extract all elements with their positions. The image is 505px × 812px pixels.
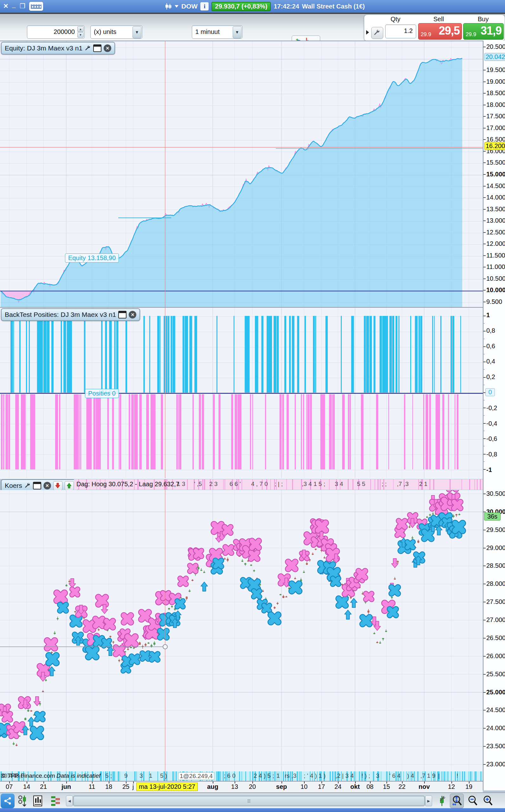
pan-zoom-button[interactable]: [450, 794, 464, 808]
detach-window-icon[interactable]: [33, 482, 41, 490]
axis-tickmark: [483, 548, 486, 548]
wrench-icon: [373, 29, 380, 36]
close-window-icon[interactable]: ✕: [3, 2, 9, 10]
detach-window-icon[interactable]: [118, 311, 127, 318]
axis-tickmark: [483, 339, 485, 339]
axis-tick-label: 29.500: [486, 526, 505, 534]
units-dropdown-icon[interactable]: ▼: [133, 26, 141, 38]
trade-annotation: 5 ;: [105, 772, 112, 779]
axis-tickmark: [483, 438, 486, 439]
timeframe-dropdown-icon[interactable]: ▼: [233, 26, 241, 38]
equity-panel-tab[interactable]: Equity: DJ 3m Maex v3 n1 ✕: [1, 42, 115, 54]
axis-tickmark: [483, 400, 485, 400]
equity-y-axis[interactable]: 20.50019.50019.00018.50018.00017.50017.0…: [483, 41, 505, 307]
trade-annotation: |: [438, 772, 440, 779]
axis-tick-label: 25.500: [486, 671, 505, 678]
bar-countdown-badge: 36s: [484, 513, 501, 521]
equity-chart-panel[interactable]: Equity: DJ 3m Maex v3 n1 ✕ Equity 13.158…: [0, 41, 483, 308]
price-chart-panel[interactable]: Open26.263,5Hoog26.267,0Laag26.259,0Koer…: [0, 490, 483, 771]
share-button[interactable]: [1, 794, 15, 808]
date-tick-label: 13: [231, 783, 238, 790]
chart-notes-button[interactable]: [32, 795, 44, 807]
info-icon[interactable]: i: [200, 2, 209, 10]
axis-tickmark: [483, 638, 486, 639]
window-bottom-edge: [0, 808, 505, 812]
buy-price: 31,9: [481, 24, 502, 37]
titlebar-instrument-group: DOW i 29.930,7 (+0,83%) 17:42:24 Wall St…: [165, 0, 365, 13]
trade-annotation: 5 ): [160, 772, 167, 779]
backtest-positions-panel[interactable]: BackTest Posities: DJ 3m Maex v3 n1 ✕ Po…: [0, 307, 483, 479]
trade-annotation: 1: [277, 772, 280, 779]
account-name: Wall Street Cash (1€): [302, 3, 365, 10]
equity-series-label: Equity 13.158,90: [65, 253, 119, 263]
sell-label: Sell: [433, 16, 444, 23]
quantity-stepper[interactable]: ▲▼: [77, 26, 84, 38]
market-depth-icon: [51, 796, 60, 806]
zero-position-badge: 0: [485, 388, 495, 396]
zoom-out-button[interactable]: [466, 794, 479, 808]
axis-tick-label: -0,8: [486, 451, 497, 458]
detach-window-icon[interactable]: [93, 44, 102, 52]
axis-tick-label: -0,2: [486, 404, 497, 412]
chart-tools-button[interactable]: [436, 795, 448, 807]
axis-tickmark: [483, 197, 486, 198]
axis-tick-label: 1: [486, 311, 490, 319]
main-toolbar: 200000 ▲▼ (x) units ▼ 1 minuut ▼ ✚ ▼: [0, 13, 505, 42]
close-panel-icon[interactable]: ✕: [104, 44, 111, 52]
sell-button[interactable]: 29.9 29,5: [418, 23, 462, 40]
buy-button[interactable]: 29.9 31,9: [463, 23, 504, 40]
timeframe-select[interactable]: 1 minuut ▼: [192, 25, 242, 39]
trade-settings-button[interactable]: [371, 27, 383, 39]
axis-tick-label: 28.000: [486, 580, 505, 587]
axis-tick-label: -1: [486, 466, 492, 473]
axis-tickmark: [483, 584, 486, 584]
keyboard-keys-decoration: [31, 4, 41, 9]
crosshair-value-badge: 16.200: [484, 142, 505, 150]
axis-tick-label: 0,4: [486, 358, 495, 365]
axis-tickmark: [483, 116, 486, 117]
zoom-in-button[interactable]: [481, 794, 494, 808]
price-change-badge: 29.930,7 (+0,83%): [211, 2, 271, 11]
axis-tick-label: 27.000: [486, 616, 505, 624]
compare-charts-button[interactable]: [17, 795, 29, 807]
close-panel-icon[interactable]: ✕: [43, 482, 51, 490]
qty-label: Qty: [390, 16, 400, 23]
collapse-panel-icon[interactable]: [366, 30, 369, 34]
axis-tickmark: [483, 267, 486, 267]
range-strip-annotation: ' ,5: [194, 481, 202, 488]
minimize-window-icon[interactable]: _: [12, 1, 16, 9]
sell-marker-button[interactable]: [53, 481, 62, 490]
wrench-icon[interactable]: [85, 45, 91, 51]
scrollbar-track[interactable]: ☰: [73, 796, 425, 806]
units-select[interactable]: (x) units ▼: [91, 25, 142, 39]
backtest-panel-tab[interactable]: BackTest Posities: DJ 3m Maex v3 n1 ✕: [1, 308, 140, 321]
horizontal-scrollbar[interactable]: ◀ ☰ ▶: [66, 796, 432, 806]
keyboard-icon[interactable]: [29, 2, 43, 11]
axis-tickmark: [483, 139, 486, 140]
units-selected-value: (x) units: [94, 28, 133, 35]
axis-tickmark: [483, 244, 486, 244]
date-axis[interactable]: ma 13-jul-2020 5:27 071421jun111825jaug1…: [0, 781, 483, 792]
chevron-down-icon[interactable]: [175, 5, 178, 8]
stepper-up-icon[interactable]: ▲: [77, 26, 84, 32]
quantity-input[interactable]: 200000 ▲▼: [27, 25, 85, 39]
backtest-y-axis[interactable]: 10,80,60,40,2-0,2-0,4-0,6-0,8-10: [483, 307, 505, 478]
price-y-axis[interactable]: 30.50030.00029.50029.00028.50028.00027.5…: [483, 478, 505, 790]
buy-marker-button[interactable]: [65, 481, 74, 490]
axis-tick-label: 15.500: [486, 159, 505, 166]
close-panel-icon[interactable]: ✕: [129, 311, 136, 318]
scroll-right-icon[interactable]: ▶: [425, 796, 432, 806]
stepper-down-icon[interactable]: ▼: [77, 32, 84, 38]
clock-time: 17:42:24: [274, 3, 299, 10]
axis-tickmark: [483, 221, 486, 221]
axis-tick-label: 10.000: [486, 286, 505, 294]
scroll-left-icon[interactable]: ◀: [66, 796, 73, 806]
trade-annotation: ) 4: [407, 772, 414, 779]
wrench-icon[interactable]: [24, 483, 31, 489]
restore-window-icon[interactable]: ❒: [20, 2, 25, 10]
day-high-low-info: Dag: Hoog 30.075,2 - Laag 29.632,7: [76, 481, 179, 488]
market-depth-button[interactable]: [49, 795, 61, 807]
scrollbar-thumb[interactable]: ☰: [73, 796, 425, 806]
trade-annotation: ,7 1 9: [420, 772, 436, 779]
qty-input[interactable]: 1.2: [385, 24, 416, 38]
